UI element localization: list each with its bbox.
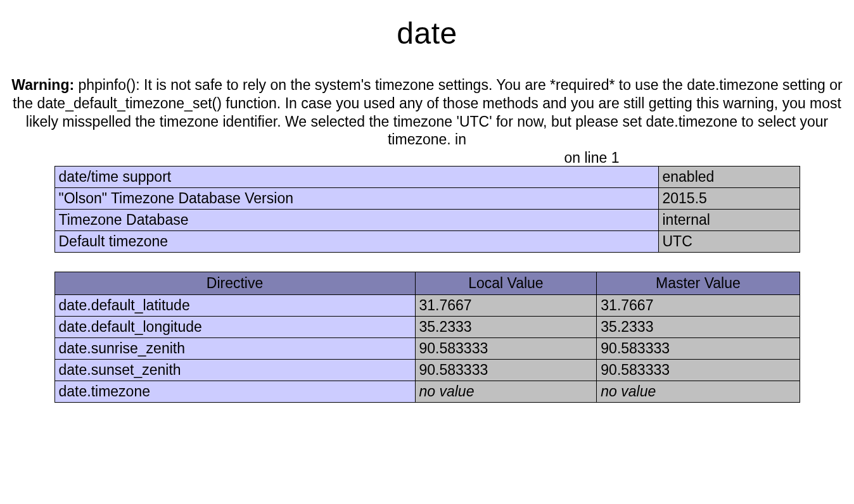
directive-name: date.default_latitude — [54, 294, 415, 316]
info-label: Timezone Database — [54, 209, 658, 230]
table-row: Timezone Databaseinternal — [54, 209, 800, 230]
info-table: date/time supportenabled"Olson" Timezone… — [54, 166, 800, 253]
table-row: Default timezoneUTC — [54, 230, 800, 252]
info-value: internal — [658, 209, 800, 230]
directive-name: date.sunrise_zenith — [54, 337, 415, 359]
warning-body: phpinfo(): It is not safe to rely on the… — [13, 77, 843, 148]
directive-master-value: 90.583333 — [597, 359, 800, 381]
section-heading: date — [0, 16, 854, 51]
directive-local-value: 90.583333 — [415, 337, 597, 359]
table-row: date.default_longitude35.233335.2333 — [54, 316, 800, 337]
directive-name: date.timezone — [54, 381, 415, 402]
directive-local-value: 31.7667 — [415, 294, 597, 316]
table-row: date.sunset_zenith90.58333390.583333 — [54, 359, 800, 381]
directive-table: Directive Local Value Master Value date.… — [54, 272, 800, 403]
directive-local-value: no value — [415, 381, 597, 402]
info-label: Default timezone — [54, 230, 658, 252]
info-value: 2015.5 — [658, 187, 800, 209]
directive-master-value: 31.7667 — [597, 294, 800, 316]
directive-master-value: no value — [597, 381, 800, 402]
table-row: date.sunrise_zenith90.58333390.583333 — [54, 337, 800, 359]
directive-master-value: 35.2333 — [597, 316, 800, 337]
warning-message: Warning: phpinfo(): It is not safe to re… — [0, 76, 854, 167]
info-value: UTC — [658, 230, 800, 252]
table-row: date.default_latitude31.766731.7667 — [54, 294, 800, 316]
col-header-local: Local Value — [415, 272, 597, 294]
info-value: enabled — [658, 166, 800, 187]
directive-name: date.sunset_zenith — [54, 359, 415, 381]
warning-line-suffix: on line 1 — [235, 149, 620, 166]
col-header-master: Master Value — [597, 272, 800, 294]
directive-master-value: 90.583333 — [597, 337, 800, 359]
warning-prefix: Warning: — [11, 77, 74, 93]
table-row: date/time supportenabled — [54, 166, 800, 187]
info-label: "Olson" Timezone Database Version — [54, 187, 658, 209]
directive-local-value: 35.2333 — [415, 316, 597, 337]
table-row: date.timezoneno valueno value — [54, 381, 800, 402]
col-header-directive: Directive — [54, 272, 415, 294]
table-header-row: Directive Local Value Master Value — [54, 272, 800, 294]
directive-local-value: 90.583333 — [415, 359, 597, 381]
table-row: "Olson" Timezone Database Version2015.5 — [54, 187, 800, 209]
directive-name: date.default_longitude — [54, 316, 415, 337]
info-label: date/time support — [54, 166, 658, 187]
